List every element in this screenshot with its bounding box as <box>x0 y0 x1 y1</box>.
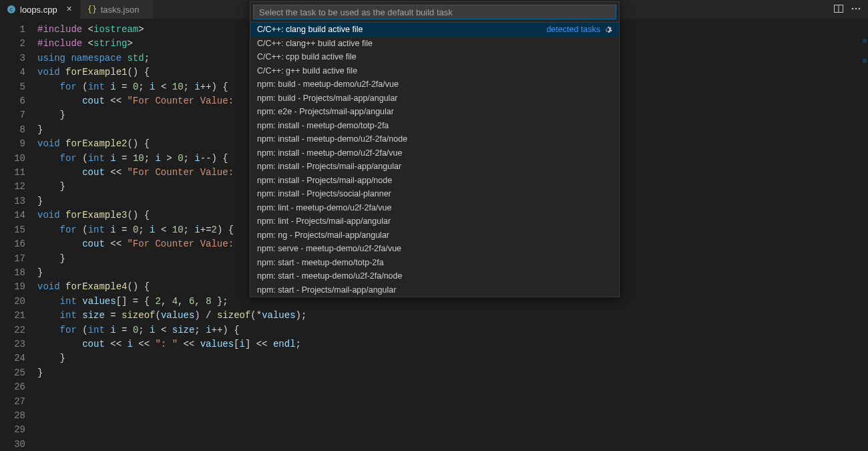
svg-text:{}: {} <box>87 5 97 14</box>
line-number: 8 <box>0 123 25 137</box>
quickpick-item[interactable]: npm: install - meetup-demo/totp-2fa <box>250 119 619 133</box>
quickpick-item[interactable]: npm: install - meetup-demo/u2f-2fa/node <box>250 132 619 146</box>
line-number: 16 <box>0 237 25 251</box>
line-number: 23 <box>0 337 25 351</box>
code-line[interactable]: for (int i = 0; i < size; i++) { <box>37 323 868 337</box>
line-number: 9 <box>0 137 25 151</box>
line-number: 26 <box>0 380 25 394</box>
svg-text:c: c <box>10 7 13 13</box>
json-file-icon: {} <box>87 5 97 14</box>
line-number: 4 <box>0 65 25 80</box>
code-line[interactable]: } <box>37 351 868 365</box>
line-number: 12 <box>0 180 25 194</box>
tab-loops-cpp[interactable]: c loops.cpp × <box>0 0 81 19</box>
split-editor-icon[interactable] <box>833 3 844 16</box>
line-number: 14 <box>0 208 25 222</box>
line-number: 5 <box>0 80 25 94</box>
quickpick-item-label: npm: lint - meetup-demo/u2f-2fa/vue <box>257 201 392 215</box>
code-line[interactable]: cout << i << ": " << values[i] << endl; <box>37 337 868 351</box>
svg-point-5 <box>852 7 854 9</box>
line-number: 11 <box>0 166 25 180</box>
quickpick-item-label: npm: e2e - Projects/mail-app/angular <box>257 105 394 119</box>
tab-tasks-json[interactable]: {} tasks.json <box>81 0 154 19</box>
svg-point-6 <box>855 7 857 9</box>
line-number: 21 <box>0 309 25 323</box>
line-number: 1 <box>0 23 25 37</box>
quickpick-item-label: npm: install - meetup-demo/totp-2fa <box>257 119 389 133</box>
line-number: 30 <box>0 438 25 451</box>
line-number: 3 <box>0 51 25 65</box>
quickpick-item[interactable]: npm: install - Projects/mail-app/angular <box>250 160 619 174</box>
line-number: 28 <box>0 409 25 423</box>
quickpick-item-label: npm: build - Projects/mail-app/angular <box>257 92 398 106</box>
quickpick-item-label: npm: serve - meetup-demo/u2f-2fa/vue <box>257 242 401 256</box>
quickpick-item-label: npm: start - meetup-demo/totp-2fa <box>257 256 384 270</box>
quickpick-item[interactable]: C/C++: cpp build active file <box>250 50 619 64</box>
line-number: 29 <box>0 423 25 437</box>
close-icon[interactable]: × <box>64 4 75 15</box>
line-number: 17 <box>0 252 25 266</box>
quickpick-item[interactable]: npm: install - Projects/social-planner <box>250 187 619 201</box>
quickpick-item[interactable]: npm: serve - meetup-demo/u2f-2fa/vue <box>250 242 619 256</box>
quickpick-item[interactable]: npm: start - Projects/mail-app/angular <box>250 283 619 297</box>
quickpick-item-label: C/C++: clang++ build active file <box>257 37 373 51</box>
line-number: 19 <box>0 280 25 294</box>
quickpick-item-label: npm: install - meetup-demo/u2f-2fa/vue <box>257 146 402 160</box>
more-actions-icon[interactable] <box>851 3 861 16</box>
quickpick-item[interactable]: npm: lint - meetup-demo/u2f-2fa/vue <box>250 201 619 215</box>
line-number: 24 <box>0 351 25 365</box>
svg-point-7 <box>859 7 861 9</box>
task-quickpick: C/C++: clang build active filedetected t… <box>250 1 620 297</box>
quickpick-item[interactable]: C/C++: g++ build active file <box>250 64 619 78</box>
quickpick-item-label: npm: install - Projects/mail-app/node <box>257 174 392 188</box>
code-line[interactable]: } <box>37 366 868 380</box>
quickpick-item[interactable]: npm: start - meetup-demo/totp-2fa <box>250 256 619 270</box>
quickpick-list: C/C++: clang build active filedetected t… <box>250 23 619 297</box>
quickpick-item-label: C/C++: g++ build active file <box>257 64 357 78</box>
quickpick-item[interactable]: npm: e2e - Projects/mail-app/angular <box>250 105 619 119</box>
line-number-gutter: 1234567891011121314151617181920212223242… <box>0 19 37 451</box>
detected-tasks-badge[interactable]: detected tasks <box>546 23 612 37</box>
quickpick-item[interactable]: C/C++: clang++ build active file <box>250 37 619 51</box>
line-number: 10 <box>0 152 25 166</box>
quickpick-item[interactable]: npm: lint - Projects/mail-app/angular <box>250 214 619 229</box>
quickpick-item[interactable]: npm: ng - Projects/mail-app/angular <box>250 229 619 243</box>
gear-icon[interactable] <box>603 25 612 34</box>
quickpick-item-label: npm: ng - Projects/mail-app/angular <box>257 229 389 243</box>
quickpick-item-label: npm: lint - Projects/mail-app/angular <box>257 214 391 229</box>
quickpick-item-label: npm: build - meetup-demo/u2f-2fa/vue <box>257 78 399 92</box>
cpp-file-icon: c <box>7 5 16 14</box>
code-line[interactable]: int size = sizeof(values) / sizeof(*valu… <box>37 309 868 323</box>
line-number: 7 <box>0 108 25 122</box>
quickpick-item[interactable]: npm: build - Projects/mail-app/angular <box>250 92 619 106</box>
quickpick-item[interactable]: npm: install - meetup-demo/u2f-2fa/vue <box>250 146 619 160</box>
quickpick-item-label: npm: install - meetup-demo/u2f-2fa/node <box>257 132 407 146</box>
line-number: 27 <box>0 395 25 409</box>
quickpick-item-label: npm: install - Projects/social-planner <box>257 187 391 201</box>
quickpick-item-label: npm: install - Projects/mail-app/angular <box>257 160 401 174</box>
quickpick-item[interactable]: C/C++: clang build active filedetected t… <box>250 23 619 37</box>
quickpick-item-label: C/C++: cpp build active file <box>257 50 357 64</box>
quickpick-item[interactable]: npm: build - meetup-demo/u2f-2fa/vue <box>250 78 619 92</box>
overview-ruler <box>861 19 868 451</box>
tab-label: loops.cpp <box>20 5 57 15</box>
quickpick-item-label: C/C++: clang build active file <box>257 23 363 37</box>
line-number: 15 <box>0 223 25 237</box>
tab-label: tasks.json <box>101 5 140 15</box>
quickpick-item[interactable]: npm: start - meetup-demo/u2f-2fa/node <box>250 269 619 283</box>
line-number: 13 <box>0 194 25 208</box>
line-number: 20 <box>0 295 25 309</box>
line-number: 22 <box>0 323 25 337</box>
line-number: 2 <box>0 37 25 51</box>
line-number: 18 <box>0 266 25 280</box>
line-number: 6 <box>0 94 25 108</box>
quickpick-item-label: npm: start - Projects/mail-app/angular <box>257 283 396 297</box>
line-number: 25 <box>0 366 25 380</box>
quickpick-item[interactable]: npm: install - Projects/mail-app/node <box>250 174 619 188</box>
quickpick-item-label: npm: start - meetup-demo/u2f-2fa/node <box>257 269 402 283</box>
quickpick-input[interactable] <box>253 5 616 19</box>
